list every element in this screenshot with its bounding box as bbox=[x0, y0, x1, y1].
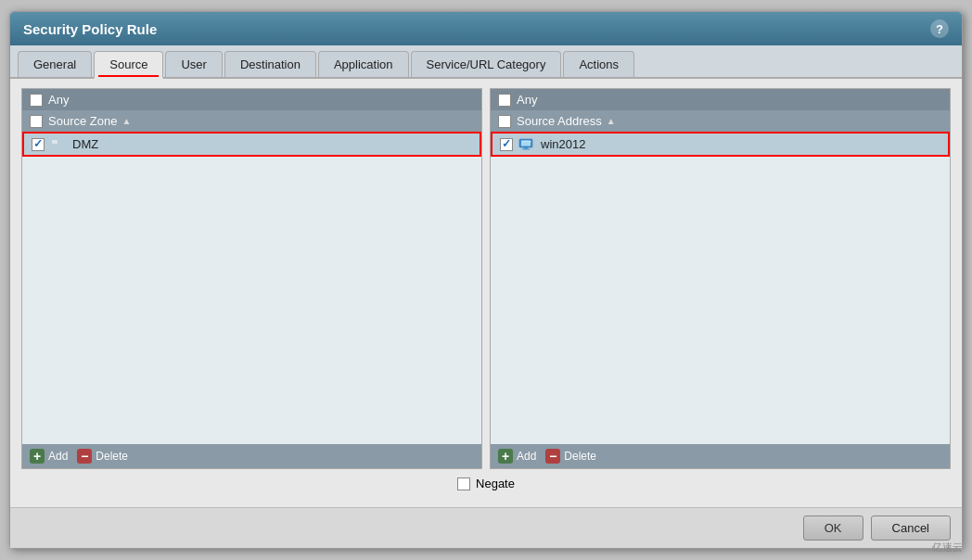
source-address-checkbox[interactable] bbox=[498, 115, 511, 128]
any-row-left: Any bbox=[22, 89, 481, 110]
source-address-header: Source Address ▲ bbox=[491, 110, 950, 132]
source-zone-row[interactable]: DMZ bbox=[22, 132, 481, 157]
del-label-left: Delete bbox=[96, 450, 128, 463]
any-checkbox-right[interactable] bbox=[498, 94, 511, 107]
source-zone-add-button[interactable]: + Add bbox=[30, 449, 68, 464]
tab-actions[interactable]: Actions bbox=[563, 51, 634, 77]
add-label-right: Add bbox=[517, 450, 536, 463]
add-icon-left: + bbox=[30, 449, 45, 464]
source-zone-checkbox[interactable] bbox=[30, 115, 43, 128]
panels: Any Source Zone ▲ D bbox=[21, 88, 951, 469]
source-address-footer: + Add − Delete bbox=[491, 444, 950, 468]
source-zone-panel: Any Source Zone ▲ D bbox=[21, 88, 482, 469]
source-zone-body: DMZ bbox=[22, 132, 481, 444]
win2012-label: win2012 bbox=[541, 137, 585, 151]
tab-source[interactable]: Source bbox=[94, 51, 163, 79]
source-zone-label: Source Zone ▲ bbox=[48, 114, 131, 128]
negate-checkbox[interactable] bbox=[457, 477, 470, 490]
help-icon[interactable]: ? bbox=[930, 19, 949, 38]
any-row-right: Any bbox=[491, 89, 950, 110]
win2012-row[interactable]: win2012 bbox=[491, 132, 950, 157]
del-icon-right: − bbox=[545, 449, 560, 464]
dmz-zone-icon bbox=[50, 138, 67, 151]
negate-row: Negate bbox=[21, 469, 951, 498]
source-address-label: Source Address ▲ bbox=[517, 114, 616, 128]
sort-arrow-left: ▲ bbox=[122, 116, 131, 126]
tab-user[interactable]: User bbox=[165, 51, 222, 77]
tabs-container: General Source User Destination Applicat… bbox=[10, 45, 962, 79]
source-zone-delete-button[interactable]: − Delete bbox=[77, 449, 128, 464]
source-address-body: win2012 bbox=[491, 132, 950, 444]
win2012-address-icon bbox=[518, 138, 535, 151]
tab-general[interactable]: General bbox=[18, 51, 92, 77]
add-label-left: Add bbox=[48, 450, 68, 463]
del-label-right: Delete bbox=[564, 450, 596, 463]
dialog-title: Security Policy Rule bbox=[23, 21, 157, 37]
add-icon-right: + bbox=[498, 449, 513, 464]
del-icon-left: − bbox=[77, 449, 92, 464]
source-zone-header: Source Zone ▲ bbox=[22, 110, 481, 132]
svg-rect-2 bbox=[524, 147, 528, 149]
source-address-add-button[interactable]: + Add bbox=[498, 449, 536, 464]
cancel-button[interactable]: Cancel bbox=[871, 515, 951, 541]
any-checkbox-left[interactable] bbox=[30, 94, 43, 107]
dmz-label: DMZ bbox=[72, 137, 98, 151]
watermark: 亿速云 bbox=[932, 541, 963, 554]
source-address-delete-button[interactable]: − Delete bbox=[545, 449, 596, 464]
sort-arrow-right: ▲ bbox=[607, 116, 616, 126]
source-address-panel: Any Source Address ▲ bbox=[490, 88, 951, 469]
dialog-header: Security Policy Rule ? bbox=[10, 12, 962, 45]
ok-button[interactable]: OK bbox=[803, 515, 863, 541]
tab-application[interactable]: Application bbox=[318, 51, 409, 77]
any-label-right: Any bbox=[517, 93, 537, 107]
tab-content: Any Source Zone ▲ D bbox=[10, 79, 962, 507]
tab-destination[interactable]: Destination bbox=[224, 51, 316, 77]
svg-rect-3 bbox=[522, 148, 530, 149]
dmz-checkbox[interactable] bbox=[32, 138, 45, 151]
security-policy-dialog: Security Policy Rule ? General Source Us… bbox=[9, 11, 963, 549]
source-zone-footer: + Add − Delete bbox=[22, 444, 481, 468]
win2012-checkbox[interactable] bbox=[500, 138, 513, 151]
dialog-footer: OK Cancel bbox=[10, 507, 962, 548]
negate-label: Negate bbox=[476, 477, 515, 490]
tab-service-url[interactable]: Service/URL Category bbox=[411, 51, 562, 77]
any-label-left: Any bbox=[48, 93, 69, 107]
